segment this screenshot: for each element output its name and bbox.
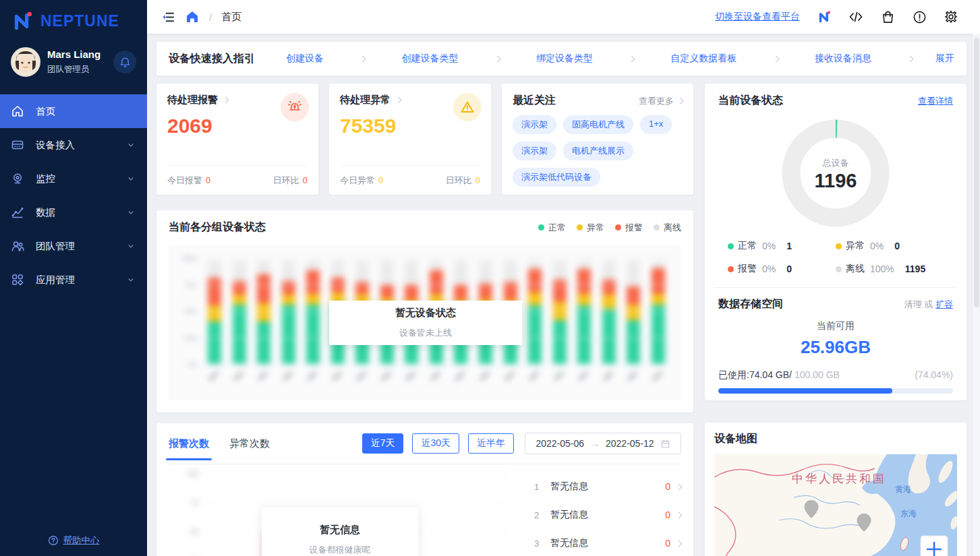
device-map[interactable]: 中华人民共和国 黄海 东海 [714,454,957,556]
chevron-down-icon [127,208,135,216]
storage-section: 数据存储空间 清理 或 扩容 当前可用 25.96GB 已使用:74.04 GB… [718,288,953,394]
avatar[interactable] [11,47,40,77]
chevron-right-icon [676,483,683,490]
focus-tag[interactable]: 演示架低代码设备 [513,168,600,187]
menu-fold-icon[interactable] [161,9,175,24]
legend-dot-offline [836,266,842,272]
focus-tag[interactable]: 演示架 [513,115,556,134]
used-storage: 已使用:74.04 GB/ [718,369,792,381]
breadcrumb-home-icon[interactable] [185,9,200,24]
chevron-down-icon [127,276,135,284]
group-status-title: 当前各分组设备状态 [169,220,266,235]
guide-step-bind-type[interactable]: 绑定设备类型 [536,53,593,65]
topbar: / 首页 切换至设备查看平台 [147,0,980,34]
quick-guide-bar: 设备快速接入指引 创建设备 创建设备类型 绑定设备类型 自定义数据看板 接收设备… [156,42,967,75]
sidebar-item-device-access[interactable]: 设备接入 [0,128,147,162]
tab-alarm-count[interactable]: 报警次数 [169,437,209,450]
clean-link[interactable]: 清理 [904,299,922,309]
chevron-right-icon [223,97,229,104]
chevron-right-icon [907,55,914,62]
device-map-title: 设备地图 [714,432,957,446]
device-access-icon [11,138,24,152]
legend-dot-alarm [728,266,734,272]
view-more-link[interactable]: 查看更多 [639,95,683,107]
app-root: NEPTUNE Mars Liang 团队管理员 [0,0,980,556]
focus-tag[interactable]: 固高电机产线 [563,115,633,134]
map-sea-label-yellow-sea: 黄海 [895,485,911,494]
range-half-year-button[interactable]: 近半年 [468,433,514,454]
settings-gear-icon[interactable] [944,9,958,24]
brand-logo-icon [11,9,34,32]
legend-dot-abnormal [836,243,842,249]
alert-circle-icon[interactable] [912,9,927,24]
breadcrumb-current: 首页 [221,11,241,24]
guide-step-receive-msg[interactable]: 接收设备消息 [815,53,871,65]
today-alarm-value: 0 [206,175,210,185]
focus-tag[interactable]: 1+x [640,115,672,134]
guide-step-custom-board[interactable]: 自定义数据看板 [670,53,737,65]
help-center-link[interactable]: 帮助中心 [0,524,147,556]
sidebar-item-team[interactable]: 团队管理 [0,229,147,263]
sidebar-item-monitor[interactable]: 监控 [0,162,147,195]
home-icon [11,104,24,118]
total-storage: 100.00 GB [795,369,840,380]
tab-abnormal-count[interactable]: 异常次数 [229,437,270,450]
guide-title: 设备快速接入指引 [169,52,255,66]
list-item[interactable]: 2 暂无信息 0 [534,501,681,529]
view-detail-link[interactable]: 查看详情 [918,95,953,107]
legend-dot-normal [728,243,734,249]
code-api-icon[interactable] [848,9,863,24]
brand-logo: NEPTUNE [0,0,147,39]
switch-platform-link[interactable]: 切换至设备查看平台 [715,11,800,23]
date-start: 2022-05-06 [536,438,584,449]
focus-tag[interactable]: 演示架 [513,142,556,160]
guide-step-create-type[interactable]: 创建设备类型 [401,53,458,65]
chevron-right-icon [676,512,683,518]
chevron-right-icon [494,55,500,62]
notifications-button[interactable] [113,51,136,73]
sidebar-item-label: 应用管理 [36,274,75,286]
chevron-right-icon [629,55,635,62]
group-device-status-card: 当前各分组设备状态 正常 异常 报警 离线 [156,210,693,412]
focus-tag[interactable]: 电机产线展示 [563,142,633,160]
sidebar-item-label: 团队管理 [36,240,75,253]
map-zoom-in-button [921,536,948,556]
expand-storage-link[interactable]: 扩容 [935,299,953,309]
device-status-legend: 正常0%1 异常0%0 报警0%0 离线100%1195 [718,240,953,275]
used-percent: (74.04%) [915,369,953,380]
sidebar-item-label: 设备接入 [36,139,75,152]
data-chart-icon [11,206,24,219]
range-30d-button[interactable]: 近30天 [412,433,459,454]
sidebar-item-data[interactable]: 数据 [0,195,147,229]
user-role: 团队管理员 [47,64,113,75]
legend-dot-offline [654,224,660,230]
user-panel: Mars Liang 团队管理员 [0,39,147,89]
monitor-icon [11,172,24,185]
pending-abnormal-card: 待处理异常 75359 今日异常0 日环比0 [329,84,491,195]
sidebar-item-apps[interactable]: 应用管理 [0,263,147,297]
page-content: 设备快速接入指引 创建设备 创建设备类型 绑定设备类型 自定义数据看板 接收设备… [147,34,980,556]
neptune-mini-logo-icon[interactable] [817,9,832,24]
chevron-right-icon [359,55,366,62]
vertical-scrollbar[interactable] [972,34,980,556]
list-item[interactable]: 1 暂无信息 0 [534,472,681,501]
sidebar-menu: 首页 设备接入 监控 数据 [0,94,147,297]
list-item[interactable]: 3 暂无信息 0 [534,529,681,556]
range-7d-button[interactable]: 近7天 [362,433,404,454]
alarm-trend-card: 报警次数 异常次数 近7天 近30天 近半年 2022-05-06 → 2022… [156,423,693,556]
shop-bag-icon[interactable] [880,9,895,24]
guide-step-create-device[interactable]: 创建设备 [286,53,324,65]
map-sea-label-east-sea: 东海 [900,509,917,518]
guide-expand-link[interactable]: 展开 [935,53,954,65]
device-status-donut: 总设备 1196 [718,111,953,236]
sidebar-item-home[interactable]: 首页 [0,94,147,128]
date-range-picker[interactable]: 2022-05-06 → 2022-05-12 [525,433,681,454]
today-alarm-label: 今日报警 [167,175,202,185]
today-abnormal-label: 今日异常 [340,175,375,185]
breadcrumb-separator: / [209,11,212,23]
device-map-card: 设备地图 [705,423,967,556]
chevron-down-icon [127,141,135,149]
scrollbar-thumb[interactable] [974,38,979,307]
recent-focus-card: 最近关注 查看更多 演示架 固高电机产线 1+x 演示架 电机产线展示 [502,84,693,195]
empty-state-alarm-trend: 暂无信息 设备都很健康呢 [262,507,418,556]
